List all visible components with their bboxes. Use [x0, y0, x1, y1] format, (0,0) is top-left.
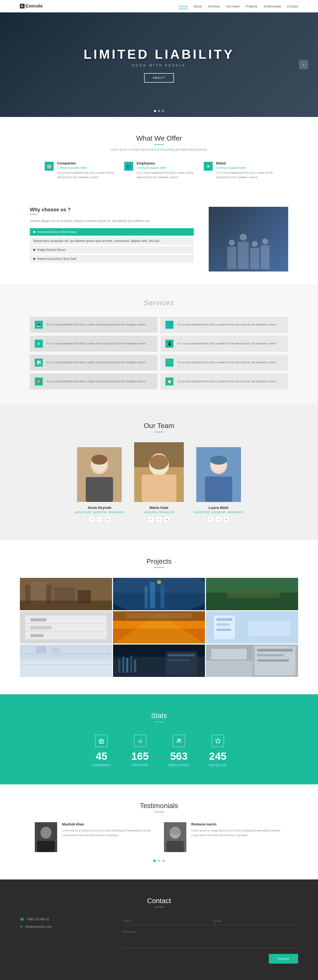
t-dot-3[interactable] — [162, 859, 165, 862]
contact-underline — [154, 907, 164, 907]
rated-text: It is a long established fact that a rea… — [216, 171, 273, 180]
contact-submit-button[interactable]: Submit — [269, 954, 298, 964]
employees-title: Employees — [137, 161, 194, 165]
why-item-2-label: Neque porro quisquam est, qui dolorem ip… — [33, 239, 160, 243]
stat-employees-number: 563 — [170, 751, 188, 762]
t-dot-2[interactable] — [158, 859, 160, 862]
employees-text: It is a long established fact that a rea… — [137, 171, 194, 180]
maria-twitter[interactable]: t — [156, 516, 162, 523]
offer-card-companies: 🏢 Companies Coming to popular belief. It… — [45, 161, 114, 180]
rated-title: Rated — [216, 161, 273, 165]
why-item-1[interactable]: Assumenda Eos Clliche Quas — [30, 228, 194, 235]
project-item-5[interactable] — [113, 611, 205, 644]
svg-rect-61 — [122, 657, 124, 673]
offer-title: What We Offer — [30, 134, 288, 142]
stat-companies-number: 45 — [96, 751, 107, 762]
contact-phone: +890 123 456 32 — [27, 918, 49, 921]
project-item-4[interactable] — [20, 611, 112, 644]
hero-next-arrow[interactable]: › — [299, 60, 308, 69]
laura-name: Laura Mark — [209, 506, 228, 510]
testimonials-section: Testimonials Mashok khan Lorem ipsum is … — [0, 784, 318, 880]
sil-head-2 — [240, 234, 247, 241]
anna-twitter[interactable]: t — [96, 516, 103, 523]
why-item-4[interactable]: Ratent Accusamus Terry Said — [30, 255, 194, 262]
svg-rect-47 — [217, 618, 233, 621]
laura-facebook[interactable]: f — [207, 516, 214, 523]
stat-companies-label: Companies — [92, 764, 111, 767]
romana-text: Lorem ipsum is simply dummy text of the … — [191, 828, 283, 837]
project-item-8[interactable] — [113, 644, 205, 677]
laura-linkedin[interactable]: in — [223, 516, 230, 523]
mashok-text: Lorem ipsum is simply dummy text of the … — [62, 828, 154, 837]
stats-title: Stats — [20, 712, 298, 720]
nav-item-about[interactable]: About — [193, 4, 202, 8]
sil-body-4 — [261, 245, 269, 269]
hero-dot-2[interactable] — [158, 110, 160, 112]
svg-rect-25 — [160, 585, 164, 608]
stats-row: 45 Companies 165 Position — [20, 735, 298, 767]
laura-twitter[interactable]: t — [215, 516, 222, 523]
svg-rect-77 — [101, 741, 102, 743]
why-item-3[interactable]: Ratgut Elatum Rerum — [30, 246, 194, 254]
logo-text: Execute — [25, 3, 43, 9]
projects-title: Projects — [20, 557, 298, 565]
project-item-2[interactable] — [113, 578, 205, 610]
project-item-3[interactable] — [206, 578, 298, 610]
contact-email-input[interactable] — [212, 917, 298, 925]
hero-about-button[interactable]: ABOUT — [144, 73, 174, 83]
nav-item-home[interactable]: Home — [179, 4, 188, 8]
anna-photo-inner — [77, 447, 122, 502]
service-icon-8: 📋 — [166, 377, 173, 385]
hero-dot-3[interactable] — [162, 110, 164, 112]
service-item-2: 🌐 It is a long established fact that a r… — [160, 317, 288, 333]
svg-rect-86 — [37, 841, 55, 852]
offer-card-companies-content: Companies Coming to popular belief. It i… — [57, 161, 114, 180]
why-dot-3 — [33, 249, 35, 251]
project-item-7[interactable] — [20, 644, 112, 677]
service-icon-6: 🔧 — [166, 359, 173, 367]
offer-card-rated-content: Rated Coming to popular belief. It is a … — [216, 161, 273, 180]
sil-person-4 — [261, 239, 269, 269]
contact-name-input[interactable] — [122, 917, 208, 925]
svg-rect-57 — [51, 648, 59, 653]
maria-linkedin[interactable]: in — [164, 516, 170, 523]
hero-dot-1[interactable] — [154, 110, 156, 112]
anna-facebook[interactable]: f — [88, 516, 95, 523]
nav-logo[interactable]: E Execute — [20, 3, 43, 9]
svg-point-82 — [179, 739, 180, 741]
t-dot-1[interactable] — [153, 859, 156, 862]
service-text-7: It is a long established fact that a rea… — [47, 379, 146, 384]
offer-card-employees-content: Employees Coming to popular belief. It i… — [137, 161, 194, 180]
nav-item-services[interactable]: Services — [208, 4, 220, 8]
anna-socials: f t in — [88, 516, 111, 523]
svg-rect-52 — [20, 644, 112, 659]
contact-email-item: ✉ info@execute1.com — [20, 925, 108, 929]
nav-links: Home About Services Our team Projects Te… — [179, 4, 298, 8]
nav-item-projects[interactable]: Projects — [246, 4, 257, 8]
contact-section: Contact ☎ +890 123 456 32 ✉ info@execute… — [0, 880, 318, 980]
nav-item-testimonials[interactable]: Testimonials — [263, 4, 281, 8]
companies-icon: 🏢 — [45, 162, 54, 171]
project-item-9[interactable] — [206, 644, 298, 677]
anna-photo — [77, 447, 122, 502]
svg-rect-89 — [166, 841, 184, 852]
contact-message-textarea[interactable] — [122, 928, 298, 948]
svg-rect-2 — [86, 477, 113, 502]
project-item-1[interactable] — [20, 578, 112, 610]
nav-item-team[interactable]: Our team — [226, 4, 240, 8]
nav-item-contact[interactable]: Contact — [287, 4, 298, 8]
sil-person-1 — [227, 240, 236, 269]
project-item-6[interactable] — [206, 611, 298, 644]
maria-facebook[interactable]: f — [148, 516, 154, 523]
anna-linkedin[interactable]: in — [104, 516, 111, 523]
offer-cards: 🏢 Companies Coming to popular belief. It… — [30, 161, 288, 180]
offer-card-rated: ★ Rated Coming to popular belief. It is … — [204, 161, 273, 180]
sil-person-2 — [238, 234, 249, 269]
romana-photo — [164, 822, 186, 852]
contact-form: Submit — [122, 917, 298, 964]
companies-sub: Coming to popular belief. — [57, 166, 114, 169]
svg-rect-73 — [257, 649, 293, 652]
svg-rect-76 — [99, 740, 104, 743]
why-img-inner — [209, 207, 288, 272]
mashok-name: Mashok khan — [62, 822, 154, 826]
